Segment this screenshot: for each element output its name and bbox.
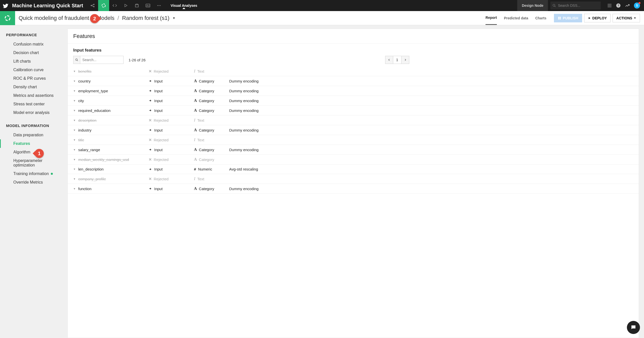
dashboard-icon[interactable] — [142, 0, 153, 11]
feature-type: I Text — [194, 118, 229, 122]
lab-icon[interactable] — [98, 0, 109, 11]
feature-search-input[interactable] — [80, 58, 123, 62]
expand-caret-icon[interactable]: ▼ — [73, 90, 78, 92]
sidebar-item[interactable]: Features — [0, 139, 65, 148]
expand-caret-icon[interactable]: ▼ — [73, 129, 78, 132]
feature-row[interactable]: ▼required_education InputA CategoryDummy… — [68, 106, 639, 115]
project-title[interactable]: Machine Learning Quick Start — [11, 3, 87, 9]
sidebar-item[interactable]: Lift charts — [0, 57, 65, 66]
flow-icon[interactable] — [87, 0, 98, 11]
code-icon[interactable] — [109, 0, 120, 11]
features-table: ▼benefits RejectedI Text▼country InputA … — [68, 66, 639, 338]
left-sidebar: PERFORMANCE Confusion matrixDecision cha… — [0, 25, 65, 338]
help-icon[interactable]: ? — [616, 3, 621, 8]
sidebar-item[interactable]: Stress test center — [0, 100, 65, 108]
expand-caret-icon[interactable]: ▼ — [73, 139, 78, 141]
actions-button[interactable]: ACTIONS ▼ — [613, 14, 640, 22]
feature-name: len_description — [78, 167, 149, 171]
feature-type: A Category — [194, 79, 229, 83]
status-dot-icon — [51, 173, 53, 175]
feature-count: 1-26 of 26 — [129, 58, 146, 62]
sidebar-item[interactable]: Hyperparameter optimization — [0, 156, 65, 170]
global-search[interactable]: Search DSS... — [550, 2, 601, 10]
sidebar-item[interactable]: ROC & PR curves — [0, 74, 65, 83]
sidebar-item[interactable]: Confusion matrix — [0, 40, 65, 49]
home-bird-icon[interactable] — [0, 3, 11, 8]
sidebar-item[interactable]: Calibration curve — [0, 66, 65, 74]
breadcrumb-analysis[interactable]: Quick modeling of fraudulent — [19, 15, 89, 21]
sidebar-item[interactable]: Data preparation — [0, 131, 65, 139]
expand-caret-icon[interactable]: ▼ — [73, 187, 78, 190]
feature-type: A Category — [194, 186, 229, 191]
expand-caret-icon[interactable]: ▼ — [73, 70, 78, 73]
publish-button[interactable]: PUBLISH — [554, 14, 582, 22]
svg-point-10 — [609, 4, 610, 5]
features-panel: Features Input features 1-26 of 26 1 — [67, 29, 639, 338]
feature-name: country — [78, 79, 149, 83]
run-icon[interactable] — [120, 0, 131, 11]
feature-row[interactable]: ▼employment_type InputA CategoryDummy en… — [68, 86, 639, 96]
feature-row[interactable]: ▼function InputA CategoryDummy encoding — [68, 184, 639, 194]
feature-row[interactable]: ▼description RejectedI Text — [68, 115, 639, 125]
svg-point-3 — [102, 4, 105, 7]
pager-next[interactable] — [401, 56, 409, 64]
breadcrumb-model-name[interactable]: Random forest (s1) — [122, 15, 169, 21]
feature-type: A Category — [194, 89, 229, 93]
feature-name: industry — [78, 128, 149, 132]
expand-caret-icon[interactable]: ▼ — [73, 99, 78, 102]
design-node-label[interactable]: Design Node — [517, 0, 548, 11]
stack-icon[interactable] — [131, 0, 142, 11]
expand-caret-icon[interactable]: ▼ — [73, 158, 78, 161]
feature-row[interactable]: ▼city InputA CategoryDummy encoding — [68, 96, 639, 106]
trend-icon[interactable] — [625, 3, 630, 8]
sidebar-item[interactable]: Override Metrics — [0, 178, 65, 187]
tab-predicted-data[interactable]: Predicted data — [504, 12, 528, 25]
expand-caret-icon[interactable]: ▼ — [73, 178, 78, 180]
sidebar-item[interactable]: Decision chart — [0, 49, 65, 57]
lab-badge-icon[interactable] — [0, 11, 15, 25]
feature-name: title — [78, 138, 149, 142]
feature-status: Rejected — [149, 138, 194, 142]
model-dropdown-caret[interactable]: ▼ — [173, 16, 176, 20]
apps-grid-icon[interactable] — [607, 3, 612, 8]
feature-row[interactable]: ▼salary_range InputA CategoryDummy encod… — [68, 145, 639, 155]
feature-search[interactable] — [73, 56, 124, 64]
expand-caret-icon[interactable]: ▼ — [73, 119, 78, 122]
feature-row[interactable]: ▼title RejectedI Text — [68, 135, 639, 145]
visual-analyses-link[interactable]: Visual Analyses — [165, 4, 203, 8]
tab-charts[interactable]: Charts — [535, 12, 546, 25]
chat-widget-icon[interactable] — [627, 321, 640, 334]
user-avatar[interactable]: S — [634, 3, 640, 9]
svg-point-13 — [609, 5, 610, 6]
feature-row[interactable]: ▼industry InputA CategoryDummy encoding — [68, 125, 639, 135]
feature-row[interactable]: ▼len_description Input# NumericAvg-std r… — [68, 164, 639, 174]
feature-name: function — [78, 187, 149, 191]
more-icon[interactable] — [153, 0, 165, 11]
feature-encoding: Dummy encoding — [229, 148, 633, 152]
feature-row[interactable]: ▼company_profile RejectedI Text — [68, 174, 639, 184]
feature-status: Input — [149, 187, 194, 191]
expand-caret-icon[interactable]: ▼ — [73, 109, 78, 112]
tab-report[interactable]: Report — [486, 11, 497, 25]
sidebar-item[interactable]: Model error analysis — [0, 108, 65, 117]
expand-caret-icon[interactable]: ▼ — [73, 80, 78, 82]
feature-type: I Text — [194, 177, 229, 181]
expand-caret-icon[interactable]: ▼ — [73, 168, 78, 171]
sidebar-item[interactable]: Density chart — [0, 83, 65, 91]
search-icon — [73, 56, 80, 64]
expand-caret-icon[interactable]: ▼ — [73, 148, 78, 151]
pager-prev[interactable] — [385, 56, 393, 64]
feature-name: benefits — [78, 69, 149, 73]
feature-row[interactable]: ▼median_weekly_earnings_usd RejectedA Ca… — [68, 155, 639, 164]
feature-status: Input — [149, 128, 194, 132]
feature-pager: 1 — [385, 56, 409, 64]
svg-point-8 — [553, 4, 555, 6]
svg-point-9 — [608, 4, 609, 5]
feature-row[interactable]: ▼country InputA CategoryDummy encoding — [68, 76, 639, 86]
feature-row[interactable]: ▼benefits RejectedI Text — [68, 66, 639, 76]
deploy-button[interactable]: DEPLOY — [584, 14, 611, 22]
sidebar-item[interactable]: Metrics and assertions — [0, 91, 65, 100]
feature-status: Input — [149, 108, 194, 113]
svg-point-16 — [609, 7, 610, 7]
sidebar-item[interactable]: Training information — [0, 170, 65, 178]
